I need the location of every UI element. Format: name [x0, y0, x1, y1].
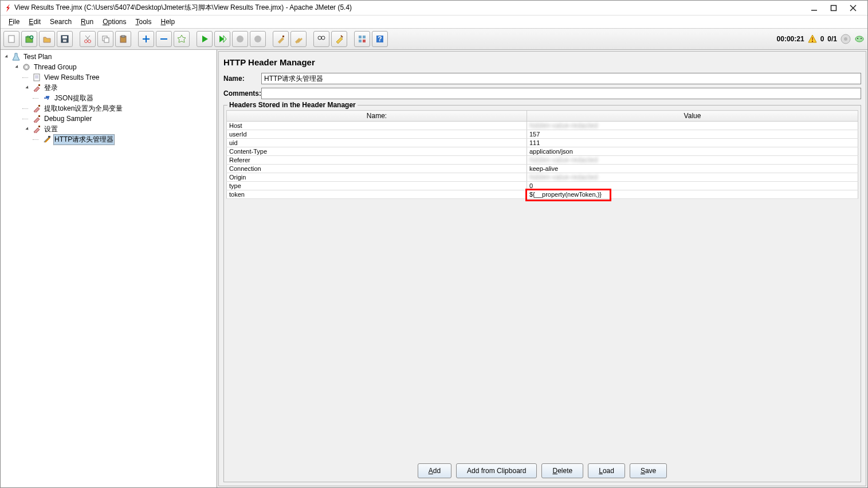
header-name-cell[interactable]: userId — [227, 130, 527, 139]
menu-edit[interactable]: Edit — [24, 17, 45, 27]
menu-tools[interactable]: Tools — [131, 17, 156, 27]
tree-node-set-global-token[interactable]: 提取token设置为全局变量 — [2, 103, 215, 114]
name-label: Name: — [223, 75, 261, 83]
menu-run[interactable]: Run — [76, 17, 98, 27]
tree-node-json-extractor[interactable]: JSON提取器 — [2, 93, 215, 103]
header-value-cell[interactable]: application/json — [527, 147, 858, 156]
flask-icon — [11, 52, 21, 61]
svg-point-37 — [855, 36, 863, 42]
header-value-cell[interactable]: 0 — [527, 182, 858, 190]
search-tree-button[interactable] — [313, 31, 329, 47]
svg-point-11 — [88, 40, 91, 43]
menu-search[interactable]: Search — [45, 17, 76, 27]
table-row[interactable]: Connectionkeep-alive — [227, 165, 858, 173]
minimize-button[interactable] — [804, 2, 824, 14]
function-helper-button[interactable] — [354, 31, 370, 47]
header-value-cell[interactable]: ${__property(newToken,)} — [527, 190, 858, 199]
start-no-timers-button[interactable] — [214, 31, 230, 47]
tree-node-debug-sampler[interactable]: Debug Sampler — [2, 114, 215, 124]
header-name-cell[interactable]: uid — [227, 139, 527, 147]
paste-button[interactable] — [115, 31, 131, 47]
save-button[interactable] — [57, 31, 73, 47]
table-row[interactable]: Hosthidden-value-redacted — [227, 122, 858, 130]
svg-rect-52 — [48, 136, 50, 138]
new-button[interactable] — [3, 31, 19, 47]
shutdown-button[interactable] — [250, 31, 266, 47]
table-row[interactable]: type0 — [227, 182, 858, 190]
stop-button[interactable] — [232, 31, 248, 47]
tree-node-thread-group[interactable]: Thread Group — [2, 62, 215, 72]
tree-node-http-header-manager[interactable]: HTTP请求头管理器 — [2, 134, 215, 145]
test-plan-tree[interactable]: Test Plan Thread Group View Results Tree… — [1, 50, 217, 487]
table-row[interactable]: token${__property(newToken,)} — [227, 190, 858, 199]
svg-rect-4 — [9, 36, 14, 42]
toggle-button[interactable] — [174, 31, 190, 47]
menu-file[interactable]: File — [4, 17, 24, 27]
header-name-cell[interactable]: type — [227, 182, 527, 190]
svg-rect-17 — [121, 36, 125, 37]
gear-icon — [22, 63, 31, 72]
open-button[interactable] — [39, 31, 55, 47]
expand-button[interactable] — [138, 31, 154, 47]
cut-button[interactable] — [80, 31, 96, 47]
help-button[interactable]: ? — [372, 31, 388, 47]
svg-rect-48 — [38, 115, 40, 117]
header-name-cell[interactable]: token — [227, 190, 527, 199]
reset-search-button[interactable] — [331, 31, 347, 47]
sampler-icon — [32, 124, 41, 134]
svg-point-34 — [812, 41, 813, 42]
col-value[interactable]: Value — [527, 111, 858, 122]
templates-button[interactable] — [21, 31, 37, 47]
delete-button[interactable]: Delete — [541, 463, 583, 478]
fieldset-legend: Headers Stored in the Header Manager — [227, 101, 358, 109]
table-row[interactable]: Content-Typeapplication/json — [227, 147, 858, 156]
gc-icon[interactable] — [854, 34, 865, 44]
header-value-cell[interactable]: hidden-value-redacted — [527, 122, 858, 130]
comments-input[interactable] — [261, 88, 861, 99]
svg-rect-46 — [38, 84, 40, 86]
header-name-cell[interactable]: Connection — [227, 165, 527, 173]
app-icon — [5, 4, 11, 12]
header-value-cell[interactable]: 157 — [527, 130, 858, 139]
add-button[interactable]: Add — [418, 463, 451, 478]
svg-point-21 — [237, 36, 243, 42]
headers-table[interactable]: Name: Value Hosthidden-value-redacteduse… — [226, 110, 858, 199]
svg-point-22 — [254, 36, 261, 42]
header-value-cell[interactable]: hidden-value-redacted — [527, 156, 858, 165]
menu-bar: File Edit Search Run Options Tools Help — [1, 15, 867, 28]
header-name-cell[interactable]: Content-Type — [227, 147, 527, 156]
warning-icon[interactable] — [808, 34, 817, 44]
header-value-cell[interactable]: keep-alive — [527, 165, 858, 173]
clear-button[interactable] — [273, 31, 289, 47]
tree-node-settings[interactable]: 设置 — [2, 124, 215, 134]
header-name-cell[interactable]: Referer — [227, 156, 527, 165]
svg-rect-23 — [282, 36, 284, 37]
name-input[interactable] — [261, 73, 861, 84]
header-value-cell[interactable]: hidden-value-redacted — [527, 173, 858, 182]
close-button[interactable] — [843, 2, 863, 14]
table-row[interactable]: Originhidden-value-redacted — [227, 173, 858, 182]
table-row[interactable]: userId157 — [227, 130, 858, 139]
threads-status-icon — [840, 34, 851, 44]
maximize-button[interactable] — [824, 2, 843, 14]
table-row[interactable]: Refererhidden-value-redacted — [227, 156, 858, 165]
header-name-cell[interactable]: Origin — [227, 173, 527, 182]
add-from-clipboard-button[interactable]: Add from Clipboard — [456, 463, 537, 478]
col-name[interactable]: Name: — [227, 111, 527, 122]
header-value-cell[interactable]: 111 — [527, 139, 858, 147]
elapsed-timer: 00:00:21 — [777, 35, 804, 43]
tree-node-login[interactable]: 登录 — [2, 83, 215, 93]
table-row[interactable]: uid111 — [227, 139, 858, 147]
copy-button[interactable] — [97, 31, 113, 47]
start-button[interactable] — [197, 31, 213, 47]
svg-rect-15 — [104, 38, 109, 42]
load-button[interactable]: Load — [588, 463, 625, 478]
menu-help[interactable]: Help — [156, 17, 180, 27]
save-headers-button[interactable]: Save — [630, 463, 667, 478]
header-name-cell[interactable]: Host — [227, 122, 527, 130]
clear-all-button[interactable] — [290, 31, 307, 47]
menu-options[interactable]: Options — [98, 17, 131, 27]
tree-node-test-plan[interactable]: Test Plan — [2, 52, 215, 62]
collapse-button[interactable] — [156, 31, 172, 47]
tree-node-view-results-tree[interactable]: View Results Tree — [2, 72, 215, 83]
